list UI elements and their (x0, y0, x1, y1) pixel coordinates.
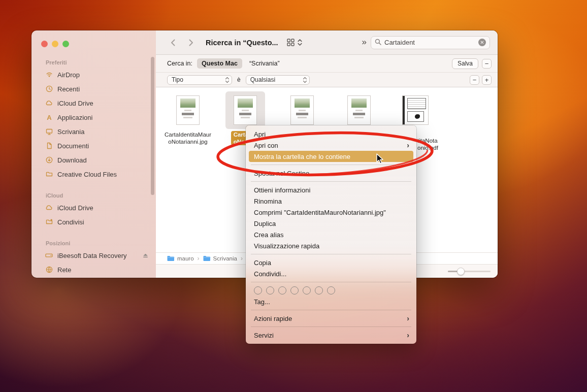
tag-circle[interactable] (327, 286, 335, 295)
toolbar-overflow-icon[interactable]: » (362, 37, 371, 48)
tag-circle[interactable] (290, 286, 299, 295)
thumbnail-line (355, 110, 363, 111)
file-tile-4[interactable] (334, 91, 384, 129)
file-tile-5[interactable]: titaNotaonio.pdf (390, 91, 441, 129)
svg-text:A: A (47, 114, 52, 121)
thumbnail-line (183, 117, 192, 118)
sidebar-item-recenti[interactable]: Recenti (31, 82, 156, 96)
menu-item-condividi[interactable]: Condividi... (246, 268, 416, 279)
document-icon (45, 142, 53, 150)
sidebar-section-preferiti: Preferiti (31, 59, 156, 68)
folder-icon (203, 255, 211, 262)
forward-button[interactable] (185, 39, 197, 47)
menu-item-servizi[interactable]: Servizi› (246, 330, 416, 341)
value-value: Qualsiasi (250, 76, 303, 83)
sidebar-item-label: iCloud Drive (57, 204, 93, 212)
menu-item-visualizzazione-rapida[interactable]: Visualizzazione rapida (246, 240, 416, 251)
file-tile-1[interactable]: CartaIdentitaMauroNotarianni.jpg (162, 91, 213, 145)
search-criteria-bar: Tipo è Qualsiasi − + (156, 73, 498, 87)
remove-search-button[interactable]: − (482, 59, 492, 69)
sidebar-item-condivisi[interactable]: Condivisi (31, 215, 156, 229)
menu-separator (251, 254, 411, 254)
menu-item-copia[interactable]: Copia (246, 257, 416, 268)
cloud-icon (45, 99, 53, 108)
menu-item-crea-alias[interactable]: Crea alias (246, 229, 416, 240)
sidebar-scrollbar[interactable] (151, 57, 154, 195)
file-thumbnail[interactable] (234, 95, 257, 125)
remove-criteria-button[interactable]: − (470, 75, 479, 85)
file-name: CartaIdentitaMauroNotarianni.jpg (165, 131, 211, 145)
external-drive-icon (45, 251, 53, 260)
tag-circle[interactable] (303, 286, 311, 295)
file-tile-3[interactable] (277, 91, 328, 129)
sidebar-item-label: Documenti (57, 142, 89, 150)
criteria-connector: è (237, 76, 241, 83)
view-group-control[interactable] (286, 38, 303, 47)
menu-item-comprimi[interactable]: Comprimi "CartaIdentitaMauroNotarianni.j… (246, 207, 416, 218)
selection-highlight (225, 91, 265, 129)
sidebar-item-documenti[interactable]: Documenti (31, 139, 156, 153)
sidebar-item-ibeesoft-data-recovery[interactable]: iBeesoft Data Recovery (31, 248, 156, 263)
file-thumbnail[interactable] (347, 95, 371, 125)
sidebar-item-download[interactable]: Download (31, 153, 156, 167)
menu-item-mostra-la-cartella[interactable]: Mostra la cartella che lo contiene (249, 151, 413, 162)
sidebar-item-airdrop[interactable]: AirDrop (31, 68, 156, 82)
add-criteria-button[interactable]: + (482, 75, 492, 85)
menu-item-apri-con[interactable]: Apri con› (246, 140, 416, 151)
path-item-scrivania[interactable]: Scrivania (203, 255, 237, 262)
menu-item-apri[interactable]: Apri (246, 128, 416, 140)
path-item-label: mauro (177, 255, 194, 262)
icon-size-slider[interactable] (448, 271, 491, 272)
sidebar-item-label: Rete (57, 266, 71, 274)
tag-circle[interactable] (266, 286, 274, 295)
sidebar-item-scrivania[interactable]: Scrivania (31, 124, 156, 139)
tag-circle[interactable] (254, 286, 262, 295)
attribute-value: Tipo (172, 76, 225, 83)
value-dropdown[interactable]: Qualsiasi (246, 75, 310, 85)
save-search-button[interactable]: Salva (452, 58, 478, 69)
file-thumbnail[interactable] (290, 95, 314, 125)
scope-questo-mac[interactable]: Questo Mac (197, 58, 242, 69)
clear-search-icon[interactable]: ✕ (478, 39, 486, 46)
thumbnail-line (241, 117, 250, 118)
thumbnail-photo (238, 99, 253, 108)
file-thumbnail[interactable] (402, 95, 429, 125)
menu-item-rinomina[interactable]: Rinomina (246, 195, 416, 207)
eject-icon[interactable] (142, 252, 149, 258)
close-button[interactable] (41, 41, 48, 47)
submenu-chevron-icon: › (407, 142, 409, 149)
zoom-button[interactable] (62, 41, 69, 47)
thumbnail-line (299, 110, 306, 111)
minimize-button[interactable] (52, 41, 58, 47)
sidebar-item-creative-cloud-files[interactable]: Creative Cloud Files (31, 167, 156, 181)
menu-item-duplica[interactable]: Duplica (246, 218, 416, 229)
slider-knob[interactable] (457, 268, 465, 275)
menu-item-tag[interactable]: Tag... (246, 296, 416, 307)
thumbnail-line (298, 117, 307, 118)
menu-separator (251, 326, 411, 327)
tag-circle[interactable] (315, 286, 323, 295)
path-item-label: Scrivania (213, 255, 237, 262)
window-title: Ricerca in “Questo... (206, 39, 278, 47)
window-controls (31, 41, 156, 47)
path-item-mauro[interactable]: mauro (167, 255, 194, 262)
search-value: Cartaident (384, 39, 475, 46)
back-button[interactable] (167, 39, 178, 47)
tag-circle[interactable] (278, 286, 286, 295)
sidebar-item-label: Recenti (57, 85, 80, 93)
sidebar-item-applicazioni[interactable]: A Applicazioni (31, 110, 156, 124)
sidebar-item-icloud-drive-2[interactable]: iCloud Drive (31, 201, 156, 215)
menu-item-ottieni-informazioni[interactable]: Ottieni informazioni (246, 184, 416, 195)
menu-item-azioni-rapide[interactable]: Azioni rapide› (246, 313, 416, 324)
thumbnail-photo (351, 99, 367, 108)
search-input[interactable]: Cartaident ✕ (371, 36, 490, 49)
sidebar-item-icloud-drive[interactable]: iCloud Drive (31, 96, 156, 110)
sidebar-item-rete[interactable]: Rete (31, 263, 156, 277)
menu-item-sposta-nel-cestino[interactable]: Sposta nel Cestino (246, 168, 416, 179)
thumbnail-line (182, 113, 194, 115)
submenu-chevron-icon: › (407, 332, 409, 339)
chevron-up-down-icon (297, 39, 303, 46)
scope-scrivania[interactable]: “Scrivania” (249, 60, 280, 67)
attribute-dropdown[interactable]: Tipo (167, 75, 232, 85)
file-thumbnail[interactable] (176, 95, 200, 125)
